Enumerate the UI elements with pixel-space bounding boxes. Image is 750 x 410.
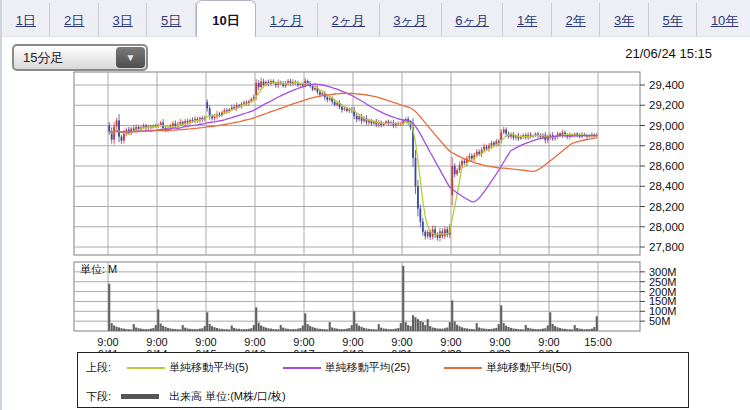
price-tick-label: 28,400 [649,180,684,192]
time-label: 9:00 [440,336,461,348]
chart-legend: 上段: 単純移動平均(5)単純移動平均(25)単純移動平均(50) 下段: 出来… [77,352,689,408]
price-tick-label: 29,000 [649,120,684,132]
legend-lower-label: 下段: [86,389,111,404]
price-tick-label: 29,200 [649,99,684,111]
price-volume-chart: 29,40029,20029,00028,80028,60028,40028,2… [2,0,750,410]
volume-line-sample [121,394,159,399]
price-tick-label: 28,800 [649,140,684,152]
price-panel [74,72,640,255]
time-label: 9:00 [146,336,167,348]
legend-item-ma25: 単純移動平均(25) [273,360,411,375]
ma50-line-sample [444,367,482,369]
volume-unit-label: 単位: M [80,263,117,275]
time-label: 9:00 [195,336,216,348]
volume-tick-label: 300M [649,266,677,278]
time-label: 9:00 [489,336,510,348]
time-label: 9:00 [293,336,314,348]
ma25-line-sample [283,367,321,369]
legend-volume-label: 出来高 単位:(M株/口/枚) [169,389,286,404]
legend-item-ma50: 単純移動平均(50) [434,360,572,375]
legend-item-label: 単純移動平均(25) [325,360,411,375]
price-tick-label: 27,800 [649,241,684,253]
price-tick-label: 28,000 [649,221,684,233]
time-label: 9:00 [391,336,412,348]
price-tick-label: 29,400 [649,79,684,91]
ma5-line-sample [127,367,165,369]
time-label-close: 15:00 [584,336,612,348]
price-tick-label: 28,600 [649,160,684,172]
legend-upper-label: 上段: [86,360,111,375]
time-label: 9:00 [97,336,118,348]
time-label: 9:00 [244,336,265,348]
price-tick-label: 28,200 [649,201,684,213]
time-label: 9:00 [538,336,559,348]
legend-item-label: 単純移動平均(50) [486,360,572,375]
legend-item-ma5: 単純移動平均(5) [117,360,248,375]
legend-item-label: 単純移動平均(5) [169,360,248,375]
time-label: 9:00 [342,336,363,348]
